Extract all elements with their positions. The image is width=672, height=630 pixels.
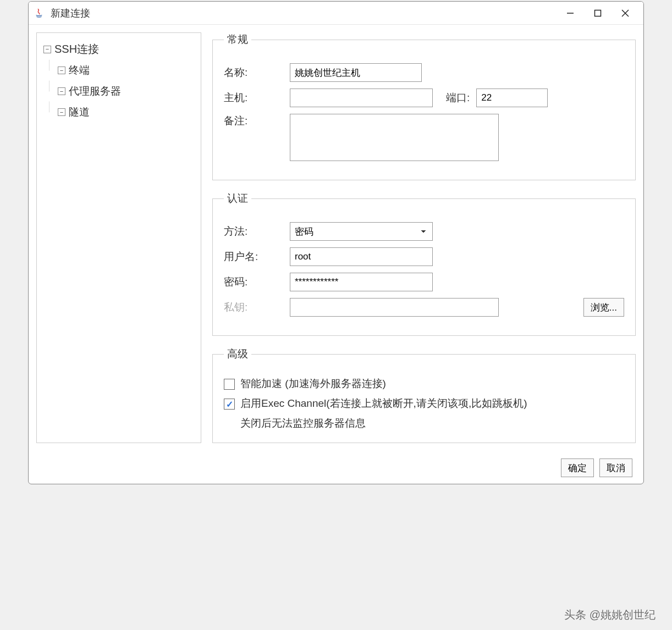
general-legend: 常规 [224,32,251,47]
collapse-icon[interactable]: − [58,87,65,95]
host-input[interactable] [290,89,433,107]
auth-group: 认证 方法: 密码 用户名: 密码: 私钥: [212,191,636,336]
privkey-label: 私钥: [224,300,290,314]
svg-rect-1 [595,10,601,16]
maximize-button[interactable] [584,2,612,24]
remark-input[interactable] [290,114,499,161]
sidebar-tree: − SSH连接 − 终端 − 代理服务器 − 隧道 [36,32,201,443]
tree-item-tunnel[interactable]: − 隧道 [56,102,196,123]
tree-item-label: 代理服务器 [69,84,121,98]
collapse-icon[interactable]: − [58,108,65,116]
password-label: 密码: [224,275,290,289]
name-label: 名称: [224,65,290,80]
browse-button[interactable]: 浏览... [583,298,624,317]
watermark-text: 头条 @姚姚创世纪 [564,607,656,622]
port-input[interactable] [476,89,548,107]
close-button[interactable] [612,2,639,24]
tree-item-label: 隧道 [69,105,90,119]
checkbox-checked-icon [224,399,235,410]
ok-button[interactable]: 确定 [561,458,594,477]
minimize-icon [566,9,574,17]
titlebar: 新建连接 [29,2,643,25]
tree-item-proxy[interactable]: − 代理服务器 [56,81,196,102]
privkey-input[interactable] [290,298,499,317]
tree-root-ssh[interactable]: − SSH连接 [41,38,196,60]
cancel-button[interactable]: 取消 [599,458,632,477]
name-input[interactable] [290,63,422,82]
collapse-icon[interactable]: − [43,46,51,53]
exec-channel-note: 关闭后无法监控服务器信息 [240,416,624,430]
smart-accel-checkbox[interactable]: 智能加速 (加速海外服务器连接) [224,377,624,391]
collapse-icon[interactable]: − [58,67,65,74]
host-label: 主机: [224,91,290,105]
maximize-icon [594,9,602,17]
tree-root-label: SSH连接 [54,42,99,57]
username-input[interactable] [290,247,433,266]
username-label: 用户名: [224,250,290,264]
exec-channel-checkbox[interactable]: 启用Exec Channel(若连接上就被断开,请关闭该项,比如跳板机) [224,396,624,411]
tree-item-label: 终端 [69,63,90,78]
window-title: 新建连接 [51,7,90,20]
password-input[interactable] [290,273,433,291]
tree-item-terminal[interactable]: − 终端 [56,60,196,81]
checkbox-icon [224,379,235,390]
remark-label: 备注: [224,114,290,128]
main-panel: 常规 名称: 主机: 端口: 备注: 认证 [212,32,636,443]
java-icon [33,7,45,19]
auth-legend: 认证 [224,191,251,206]
advanced-group: 高级 智能加速 (加速海外服务器连接) 启用Exec Channel(若连接上就… [212,347,636,443]
dialog-window: 新建连接 − SSH连接 − 终端 − 代理服务器 − [28,1,644,484]
general-group: 常规 名称: 主机: 端口: 备注: [212,32,636,180]
exec-channel-label: 启用Exec Channel(若连接上就被断开,请关闭该项,比如跳板机) [240,396,527,411]
dialog-footer: 确定 取消 [29,452,643,484]
smart-accel-label: 智能加速 (加速海外服务器连接) [240,377,386,391]
minimize-button[interactable] [557,2,584,24]
method-select[interactable]: 密码 [290,222,433,241]
advanced-legend: 高级 [224,347,251,361]
port-label: 端口: [446,91,470,105]
close-icon [621,9,629,17]
method-label: 方法: [224,224,290,239]
